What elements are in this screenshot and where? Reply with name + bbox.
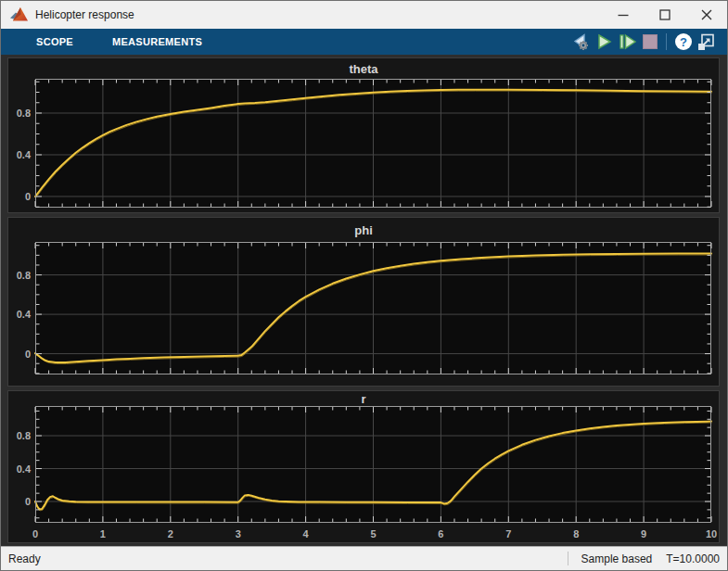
r-plot-canvas[interactable]: 00.40.8012345678910 — [8, 406, 719, 543]
svg-text:3: 3 — [236, 528, 241, 539]
svg-text:2: 2 — [168, 528, 173, 539]
sample-mode-label: Sample based — [581, 552, 653, 565]
step-forward-button[interactable] — [615, 31, 638, 53]
phi-plot-canvas[interactable]: 00.40.8 — [8, 242, 719, 380]
minimize-button[interactable] — [602, 1, 644, 29]
scope-panel-theta: theta 00.40.8 — [7, 57, 720, 213]
status-right-group: Sample based T=10.0000 — [568, 552, 727, 565]
step-back-options-button[interactable] — [568, 31, 592, 53]
chart-title-theta: theta — [8, 58, 719, 79]
scope-display-area: theta 00.40.8 phi 00.40.8 r 00.40.801234… — [1, 55, 727, 546]
toolstrip: SCOPE MEASUREMENTS — [1, 29, 727, 55]
svg-text:10: 10 — [706, 528, 717, 539]
svg-text:0.4: 0.4 — [17, 463, 32, 475]
svg-text:0.4: 0.4 — [17, 149, 32, 160]
status-bar: Ready Sample based T=10.0000 — [1, 546, 727, 570]
help-icon: ? — [674, 32, 693, 51]
svg-text:0: 0 — [25, 191, 31, 202]
run-button[interactable] — [592, 31, 615, 53]
svg-text:1: 1 — [100, 528, 106, 539]
scope-panel-r: r 00.40.8012345678910 — [7, 390, 720, 543]
toolbar-separator — [666, 33, 667, 50]
step-back-gear-icon — [569, 32, 592, 52]
tab-measurements[interactable]: MEASUREMENTS — [112, 36, 202, 47]
theta-plot-canvas[interactable]: 00.40.8 — [8, 79, 719, 213]
svg-text:0.8: 0.8 — [17, 270, 31, 281]
svg-text:8: 8 — [573, 528, 579, 539]
svg-text:9: 9 — [641, 528, 646, 539]
chart-title-r: r — [8, 391, 719, 406]
step-forward-icon — [617, 32, 637, 51]
svg-text:4: 4 — [303, 528, 310, 539]
svg-text:0: 0 — [32, 528, 38, 539]
svg-text:0: 0 — [25, 349, 31, 360]
title-bar: Helicopter response — [1, 1, 727, 29]
scope-window: Helicopter response SCOPE MEASUREMENTS — [0, 0, 728, 571]
svg-text:6: 6 — [438, 528, 443, 539]
scope-panel-phi: phi 00.40.8 — [7, 217, 720, 387]
status-message: Ready — [8, 552, 41, 565]
maximize-button[interactable] — [644, 1, 685, 29]
window-controls — [602, 1, 727, 29]
window-title: Helicopter response — [35, 8, 134, 21]
simulation-time-label: T=10.0000 — [666, 552, 720, 565]
close-button[interactable] — [685, 1, 727, 29]
undock-button[interactable] — [695, 31, 718, 53]
toolbar-buttons: ? — [568, 31, 718, 53]
svg-text:7: 7 — [505, 528, 511, 539]
matlab-logo-icon — [8, 5, 29, 25]
run-icon — [594, 32, 613, 51]
tab-scope[interactable]: SCOPE — [36, 36, 73, 47]
svg-text:0.8: 0.8 — [17, 108, 31, 119]
stop-button[interactable] — [638, 31, 661, 53]
svg-text:5: 5 — [370, 528, 376, 539]
help-button[interactable]: ? — [671, 31, 695, 53]
status-separator — [568, 552, 568, 565]
stop-icon — [642, 33, 658, 50]
svg-text:0.4: 0.4 — [17, 309, 32, 320]
chart-title-phi: phi — [8, 218, 719, 242]
svg-text:0: 0 — [25, 496, 31, 507]
svg-text:0.8: 0.8 — [17, 430, 31, 441]
svg-text:?: ? — [680, 35, 687, 49]
undock-icon — [697, 32, 716, 51]
